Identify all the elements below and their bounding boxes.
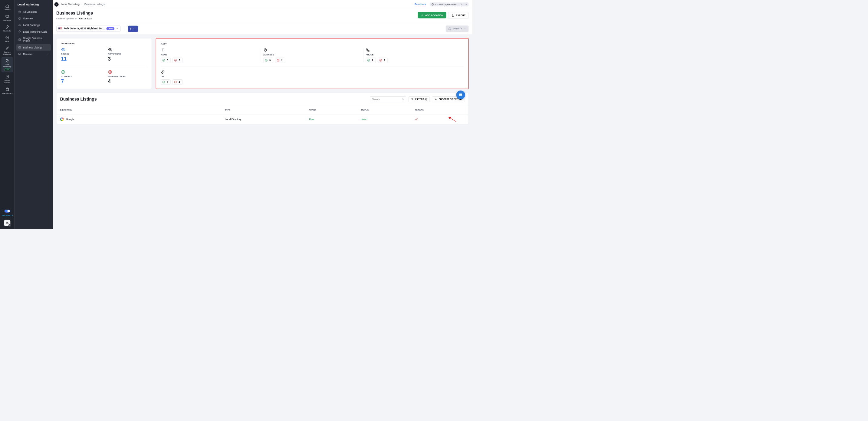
annotation-arrow	[447, 116, 457, 122]
cell-type: Local Directory	[221, 114, 305, 124]
sidebar-item-overview[interactable]: Overview	[16, 15, 51, 22]
sidebar-item-label: Local Marketing Audit	[23, 30, 46, 33]
nav-content-marketing[interactable]: Content Marketing	[1, 45, 13, 57]
user-avatar[interactable]: YK	[4, 220, 10, 226]
primary-nav: Projects Research Backlinks Audit Conten…	[0, 0, 14, 229]
updated-text: Location updated on Jun-12 2023	[56, 17, 93, 20]
phone-ok-pill[interactable]: 9	[366, 58, 376, 63]
back-button[interactable]	[55, 2, 59, 7]
col-directory[interactable]: DIRECTORY	[57, 106, 221, 114]
page-title: Business Listings	[56, 10, 93, 16]
url-ok-pill[interactable]: 7	[161, 79, 171, 84]
secondary-nav-title: Local Marketing	[16, 3, 51, 8]
sidebar-item-reviews[interactable]: Reviews	[16, 51, 51, 58]
export-button[interactable]: EXPORT	[448, 12, 468, 19]
svg-point-7	[19, 11, 21, 13]
correct-value: 7	[61, 79, 100, 84]
sidebar-item-label: Reviews	[23, 53, 32, 55]
breadcrumb-current: Business Listings	[85, 3, 105, 6]
nav-content-marketing-label: Content Marketing	[1, 51, 13, 55]
x-circle-icon	[108, 70, 112, 74]
check-circle-icon	[265, 59, 268, 62]
add-location-button[interactable]: ADD LOCATION	[417, 12, 446, 18]
facebook-icon: f	[130, 27, 131, 30]
limit-value: 0 / 3	[458, 3, 462, 6]
svg-point-23	[162, 81, 165, 83]
search-box[interactable]	[370, 96, 406, 102]
listings-card: Business Listings FILTERS (0) SUGGEST DI…	[56, 93, 468, 124]
nav-backlinks-label: Backlinks	[3, 30, 11, 32]
svg-rect-0	[6, 16, 9, 18]
separator	[124, 26, 124, 31]
nap-title: NAPi	[161, 43, 464, 45]
nav-agency-pack-label: Agency Pack	[2, 92, 12, 94]
svg-point-5	[9, 225, 10, 226]
svg-rect-9	[19, 46, 21, 49]
nav-research[interactable]: Research	[1, 13, 13, 23]
menu-ui-toggle[interactable]	[4, 209, 10, 213]
svg-point-14	[62, 70, 65, 74]
phone-err-pill[interactable]: 2	[378, 58, 388, 63]
svg-point-18	[265, 49, 266, 50]
location-selector[interactable]: Folk Osteria, 6839 Highland Dr.... Demo	[56, 26, 120, 32]
sidebar-item-google-business-profile[interactable]: Google Business Profile	[16, 35, 51, 44]
nav-local-marketing[interactable]: Local Marketing Trial	[1, 57, 13, 73]
gear-icon	[8, 224, 11, 227]
chevron-down-icon	[46, 53, 49, 55]
check-circle-icon	[162, 81, 165, 84]
check-circle-icon	[367, 59, 370, 62]
cards-row: OVERVIEWi FOUND 11 NOT FOUND 3	[53, 34, 472, 92]
location-name: Folk Osteria, 6839 Highland Dr....	[64, 27, 105, 30]
svg-point-12	[63, 49, 64, 50]
overview-card: OVERVIEWi FOUND 11 NOT FOUND 3	[56, 38, 152, 89]
overview-not-found: NOT FOUND 3	[108, 48, 147, 62]
listings-table: DIRECTORY TYPE TERMS STATUS ERRORS Googl…	[57, 106, 468, 124]
name-ok-pill[interactable]: 8	[161, 58, 171, 63]
address-err-pill[interactable]: 2	[275, 58, 285, 63]
address-ok-pill[interactable]: 9	[263, 58, 273, 63]
search-input[interactable]	[372, 98, 400, 101]
nap-address: ADDRESS 9 2	[263, 48, 361, 63]
feedback-link[interactable]: Feedback	[415, 3, 426, 6]
info-icon[interactable]: i	[166, 43, 167, 44]
breadcrumb: Local Marketing › Business Listings	[61, 3, 105, 6]
top-bar: Local Marketing › Business Listings Feed…	[53, 0, 472, 9]
listings-header: Business Listings FILTERS (0) SUGGEST DI…	[57, 93, 468, 106]
plus-icon	[421, 13, 424, 17]
col-errors[interactable]: ERRORS	[411, 106, 468, 114]
link-icon	[161, 70, 165, 74]
col-terms[interactable]: TERMS	[306, 106, 357, 114]
update-button[interactable]: UPDATE	[446, 25, 468, 32]
location-limit-pill[interactable]: Location update limit 0 / 3 i ▼	[430, 2, 468, 6]
url-err-pill[interactable]: 4	[173, 79, 183, 84]
add-location-label: ADD LOCATION	[425, 13, 443, 16]
sidebar-item-all-locations[interactable]: All Locations	[16, 8, 51, 15]
col-type[interactable]: TYPE	[221, 106, 305, 114]
nav-audit[interactable]: Audit	[1, 34, 13, 44]
breadcrumb-root[interactable]: Local Marketing	[61, 3, 79, 6]
sidebar-item-label: Overview	[23, 17, 33, 20]
nav-report-builder[interactable]: Report Builder	[1, 73, 13, 85]
refresh-icon	[448, 27, 452, 30]
link-error-icon[interactable]	[415, 118, 418, 121]
filters-label: FILTERS (0)	[415, 98, 427, 101]
table-row[interactable]: Google Local Directory Free Listed	[57, 114, 468, 124]
limit-label: Location update limit	[435, 3, 456, 6]
sidebar-item-business-listings[interactable]: Business Listings	[16, 44, 51, 51]
check-circle-icon	[61, 70, 65, 74]
facebook-connect-button[interactable]: f	[128, 26, 138, 32]
sidebar-item-local-marketing-audit[interactable]: Local Marketing Audit	[16, 28, 51, 35]
sidebar-item-local-rankings[interactable]: Local Rankings	[16, 22, 51, 28]
overview-found: FOUND 11	[61, 48, 100, 62]
nav-projects[interactable]: Projects	[1, 2, 13, 12]
name-err-pill[interactable]: 3	[173, 58, 183, 63]
col-status[interactable]: STATUS	[357, 106, 411, 114]
info-icon[interactable]: i	[74, 42, 75, 44]
chat-button[interactable]	[456, 90, 465, 99]
nav-agency-pack[interactable]: Agency Pack	[1, 86, 13, 96]
overview-correct: CORRECT 7	[61, 70, 100, 84]
nap-phone: PHONE 9 2	[366, 48, 464, 63]
nav-backlinks[interactable]: Backlinks	[1, 23, 13, 33]
filters-button[interactable]: FILTERS (0)	[409, 96, 430, 102]
svg-point-1	[6, 36, 9, 39]
